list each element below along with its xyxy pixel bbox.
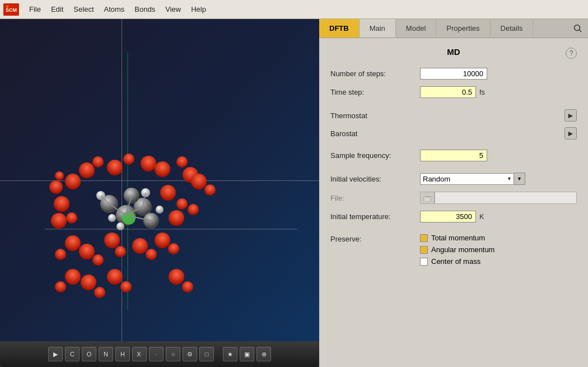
svg-point-35 xyxy=(92,254,104,266)
sample-frequency-row: Sample frequency: xyxy=(330,150,577,161)
svg-point-37 xyxy=(115,246,126,257)
tab-dftb[interactable]: DFTB xyxy=(319,19,360,38)
menu-view[interactable]: View xyxy=(161,3,185,16)
tab-properties[interactable]: Properties xyxy=(436,19,490,38)
toolbar-square-btn[interactable]: □ xyxy=(199,347,214,361)
search-icon[interactable] xyxy=(568,19,588,38)
toolbar-nitrogen-btn[interactable]: N xyxy=(99,347,113,361)
svg-point-44 xyxy=(81,275,96,290)
molecule-svg xyxy=(0,19,319,341)
number-of-steps-label: Number of steps: xyxy=(330,69,420,78)
toolbar-oxygen-btn[interactable]: O xyxy=(82,347,96,361)
svg-point-10 xyxy=(141,156,156,171)
initial-velocities-label: Initial velocities: xyxy=(330,175,420,183)
svg-point-28 xyxy=(160,185,176,201)
menu-file[interactable]: File xyxy=(25,3,45,16)
time-step-unit: fs xyxy=(479,88,485,96)
toolbar-hydrogen-btn[interactable]: H xyxy=(115,347,130,361)
menu-help[interactable]: Help xyxy=(186,3,211,16)
initial-temperature-row: Initial temperature: K xyxy=(330,211,577,222)
menubar: SCM File Edit Select Atoms Bonds View He… xyxy=(0,0,588,19)
toolbar-frame-btn[interactable]: ▣ xyxy=(240,347,254,361)
svg-point-39 xyxy=(146,249,157,260)
toolbar-dot-btn[interactable]: · xyxy=(149,347,164,361)
help-button[interactable]: ? xyxy=(566,48,577,59)
svg-point-29 xyxy=(176,198,188,210)
menu-select[interactable]: Select xyxy=(69,3,98,16)
preserve-options: Total momentum Angular momentum Center o… xyxy=(420,234,494,266)
scm-logo-icon: SCM xyxy=(3,3,19,16)
toolbar-circle-btn[interactable]: ○ xyxy=(166,347,180,361)
svg-point-50 xyxy=(191,174,207,189)
main-layout: ▶ C O N H X· · ○ ⚙ □ ★ ▣ ⊕ DFTB Main Mod… xyxy=(0,19,588,367)
toolbar-star-btn[interactable]: ★ xyxy=(223,347,237,361)
file-row: File: xyxy=(330,192,577,204)
svg-point-11 xyxy=(155,161,170,177)
svg-point-41 xyxy=(168,243,179,254)
menu-edit[interactable]: Edit xyxy=(46,3,68,16)
file-input[interactable] xyxy=(435,192,577,204)
svg-point-46 xyxy=(107,269,123,285)
svg-point-51 xyxy=(204,184,216,196)
svg-point-43 xyxy=(55,281,66,292)
time-step-label: Time step: xyxy=(330,88,420,96)
sample-frequency-input[interactable] xyxy=(420,150,487,161)
svg-point-31 xyxy=(188,204,199,215)
svg-point-53 xyxy=(49,180,63,194)
time-step-input[interactable] xyxy=(420,86,476,98)
initial-temperature-label: Initial temperature: xyxy=(330,212,420,221)
number-of-steps-row: Number of steps: xyxy=(330,68,577,80)
molecule-area xyxy=(0,19,319,341)
number-of-steps-input[interactable] xyxy=(420,68,487,80)
file-browse-btn[interactable] xyxy=(420,192,435,204)
svg-point-47 xyxy=(120,281,132,292)
svg-point-45 xyxy=(94,287,105,298)
svg-rect-64 xyxy=(424,197,431,201)
toolbar-gear-btn[interactable]: ⚙ xyxy=(183,347,197,361)
svg-line-61 xyxy=(580,30,582,32)
preserve-angular-momentum-checkbox[interactable] xyxy=(420,246,428,254)
initial-velocities-arrow-btn[interactable]: ▼ xyxy=(514,173,525,185)
tab-model[interactable]: Model xyxy=(396,19,436,38)
svg-point-33 xyxy=(55,249,66,260)
scm-logo: SCM xyxy=(3,3,19,16)
toolbar-x-btn[interactable]: X· xyxy=(132,347,147,361)
menu-atoms[interactable]: Atoms xyxy=(100,3,129,16)
menu-bonds[interactable]: Bonds xyxy=(130,3,160,16)
svg-point-36 xyxy=(104,233,120,248)
preserve-angular-momentum-row: Angular momentum xyxy=(420,245,494,254)
preserve-label: Preserve: xyxy=(330,234,420,243)
svg-point-30 xyxy=(169,210,184,226)
svg-point-8 xyxy=(107,160,123,175)
tab-main[interactable]: Main xyxy=(360,19,396,38)
viewport-toolbar: ▶ C O N H X· · ○ ⚙ □ ★ ▣ ⊕ xyxy=(0,341,319,367)
toolbar-more-btn[interactable]: ⊕ xyxy=(256,347,271,361)
initial-velocities-select[interactable]: Random From file Zero xyxy=(420,173,514,185)
preserve-total-momentum-label: Total momentum xyxy=(431,234,485,242)
barostat-label: Barostat xyxy=(330,129,564,138)
svg-point-7 xyxy=(92,156,104,168)
preserve-total-momentum-row: Total momentum xyxy=(420,234,494,242)
tab-bar: DFTB Main Model Properties Details xyxy=(319,19,588,38)
initial-temperature-unit: K xyxy=(479,212,484,221)
tab-details[interactable]: Details xyxy=(491,19,534,38)
preserve-center-of-mass-label: Center of mass xyxy=(431,257,480,266)
svg-point-9 xyxy=(123,154,134,165)
initial-temperature-input[interactable] xyxy=(420,211,476,222)
preserve-center-of-mass-checkbox[interactable] xyxy=(420,258,428,266)
toolbar-carbon-btn[interactable]: C xyxy=(65,347,80,361)
toolbar-select-btn[interactable]: ▶ xyxy=(48,347,63,361)
preserve-total-momentum-checkbox[interactable] xyxy=(420,234,428,242)
barostat-expand-btn[interactable]: ► xyxy=(564,127,577,140)
panel-content: MD ? Number of steps: Time step: fs Ther… xyxy=(319,38,588,367)
svg-point-6 xyxy=(65,174,81,189)
svg-point-27 xyxy=(116,222,124,230)
thermostat-expand-btn[interactable]: ► xyxy=(564,109,577,122)
sample-frequency-label: Sample frequency: xyxy=(330,151,420,160)
svg-point-49 xyxy=(182,281,193,292)
time-step-row: Time step: fs xyxy=(330,86,577,98)
initial-velocities-row: Initial velocities: Random From file Zer… xyxy=(330,173,577,185)
file-label: File: xyxy=(330,194,420,202)
svg-point-48 xyxy=(169,269,184,285)
initial-velocities-select-wrapper: Random From file Zero xyxy=(420,173,514,185)
